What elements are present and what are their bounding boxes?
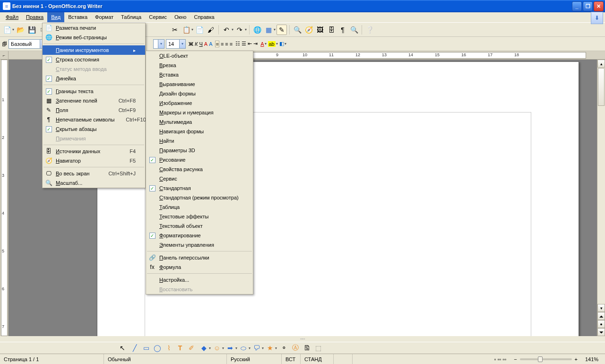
arrows-icon[interactable]: ➡ bbox=[225, 343, 235, 353]
status-style[interactable]: Обычный bbox=[104, 354, 227, 364]
fontwork-icon[interactable]: Ⓐ bbox=[290, 343, 301, 353]
toolbars-menu-item[interactable]: Выравнивание bbox=[146, 79, 253, 89]
zoom-slider[interactable]: − + bbox=[510, 356, 581, 362]
toolbars-menu-item[interactable]: ✓Стандартная bbox=[146, 183, 253, 193]
fontcolor-a-icon[interactable]: A bbox=[204, 41, 207, 47]
view-menu-item[interactable]: Статус метода ввода bbox=[43, 64, 145, 74]
nonprint-icon[interactable]: ¶ bbox=[337, 25, 348, 35]
style-combo[interactable]: Базовый▾ bbox=[9, 39, 46, 49]
toolbars-menu-item[interactable]: Текстовый объект bbox=[146, 221, 253, 231]
toolbars-menu-item[interactable]: Текстовые эффекты bbox=[146, 212, 253, 221]
toolbars-menu-item[interactable]: ✓Рисование bbox=[146, 155, 253, 165]
bold-button[interactable]: Ж bbox=[189, 41, 193, 47]
view-menu-item[interactable]: ¶Непечатаемые символыCtrl+F10 bbox=[43, 115, 145, 124]
align-center-icon[interactable]: ≡ bbox=[221, 41, 224, 47]
stars-icon[interactable]: ★ bbox=[265, 343, 275, 353]
vertical-scrollbar[interactable]: ▴ ▾ ⏶ ● ⏷ bbox=[597, 60, 605, 336]
view-menu-item[interactable]: 🖵Во весь экранCtrl+Shift+J bbox=[43, 169, 145, 178]
toolbars-menu-item[interactable]: Сервис bbox=[146, 174, 253, 183]
bg-color-icon[interactable]: ◧ bbox=[279, 41, 284, 47]
toolbars-menu-item[interactable]: 🔗Панель гиперссылки bbox=[146, 253, 253, 262]
status-lang[interactable]: Русский bbox=[227, 354, 282, 364]
open-icon[interactable]: 📂 bbox=[15, 25, 26, 35]
menu-window[interactable]: Окно bbox=[171, 12, 190, 22]
callout-icon[interactable]: ✐ bbox=[186, 343, 197, 353]
help-icon[interactable]: ❔ bbox=[364, 25, 375, 35]
copy-icon[interactable]: 📋 bbox=[181, 25, 191, 35]
paste-icon[interactable]: 📄 bbox=[194, 25, 205, 35]
menu-edit[interactable]: Правка bbox=[22, 12, 47, 22]
show-draw-icon[interactable]: ✎ bbox=[277, 25, 287, 35]
toolbars-menu-item[interactable]: Стандартная (режим просмотра) bbox=[146, 193, 253, 202]
flowchart-icon[interactable]: ⬭ bbox=[238, 343, 249, 353]
text-icon[interactable]: T bbox=[175, 343, 185, 353]
toolbars-menu-item[interactable]: fxФормула bbox=[146, 262, 253, 272]
symbol-shapes-icon[interactable]: ☺ bbox=[212, 343, 222, 353]
view-menu-item[interactable]: Панели инструментов▸ bbox=[43, 45, 145, 55]
toolbars-menu-item[interactable]: Навигация формы bbox=[146, 127, 253, 136]
toolbars-menu-item[interactable]: Изображение bbox=[146, 98, 253, 108]
underline-button[interactable]: Ч bbox=[199, 41, 202, 47]
view-menu-item[interactable]: ▦Затенение полейCtrl+F8 bbox=[43, 96, 145, 105]
gallery-icon[interactable]: 🖼 bbox=[315, 25, 325, 35]
numlist-icon[interactable]: ☷ bbox=[235, 41, 240, 47]
fontcolor-a2-icon[interactable]: A bbox=[209, 41, 212, 47]
minimize-button[interactable]: _ bbox=[572, 1, 582, 11]
callouts-icon[interactable]: 🗩 bbox=[251, 343, 262, 353]
italic-button[interactable]: К bbox=[195, 41, 198, 47]
view-menu-item[interactable]: 🗄Источники данныхF4 bbox=[43, 147, 145, 156]
menu-help[interactable]: Справка bbox=[190, 12, 218, 22]
view-menu-item[interactable]: ✓Скрытые абзацы bbox=[43, 124, 145, 134]
datasources-icon[interactable]: 🗄 bbox=[326, 25, 337, 35]
table-icon[interactable]: ▦ bbox=[263, 25, 274, 35]
view-menu-item[interactable]: Примечания bbox=[43, 134, 145, 143]
maximize-button[interactable]: ❐ bbox=[583, 1, 593, 11]
prev-page-icon[interactable]: ⏶ bbox=[597, 312, 605, 320]
menu-tools[interactable]: Сервис bbox=[145, 12, 171, 22]
toolbars-menu-item[interactable]: OLE-объект bbox=[146, 51, 253, 61]
toolbars-menu-item[interactable]: Элементы управления bbox=[146, 240, 253, 250]
toolbars-menu-item[interactable]: Врезка bbox=[146, 61, 253, 70]
bulletlist-icon[interactable]: ☰ bbox=[242, 41, 246, 47]
toolbars-menu-item[interactable]: Восстановить bbox=[146, 285, 253, 294]
inc-indent-icon[interactable]: ⇥ bbox=[253, 41, 258, 47]
freeform-icon[interactable]: ⌇ bbox=[164, 343, 174, 353]
format-paint-icon[interactable]: 🖌 bbox=[206, 25, 216, 35]
fontsize-combo[interactable]: 14▾ bbox=[166, 39, 186, 49]
view-menu-item[interactable]: 🧭НавигаторF5 bbox=[43, 156, 145, 165]
dec-indent-icon[interactable]: ⇤ bbox=[248, 41, 252, 47]
view-menu-item[interactable]: ✓Строка состояния bbox=[43, 55, 145, 64]
view-layout-icons[interactable]: ▫ ▫▫ ▫▫ bbox=[491, 354, 510, 364]
toolbars-menu-item[interactable]: Вставка bbox=[146, 70, 253, 79]
zoom-out-icon[interactable]: − bbox=[514, 356, 517, 362]
font-combo[interactable]: ▾ bbox=[153, 39, 164, 49]
toolbars-menu-item[interactable]: Маркеры и нумерация bbox=[146, 108, 253, 117]
scroll-thumb[interactable] bbox=[598, 68, 605, 106]
toolbars-menu-item[interactable]: Найти bbox=[146, 136, 253, 146]
shapes-icon[interactable]: ◆ bbox=[199, 343, 209, 353]
nav-icon[interactable]: ● bbox=[597, 320, 605, 328]
save-icon[interactable]: 💾 bbox=[26, 25, 37, 35]
line-icon[interactable]: ╱ bbox=[130, 343, 140, 353]
navigator-icon[interactable]: 🧭 bbox=[303, 25, 314, 35]
align-justify-icon[interactable]: ≡ bbox=[230, 41, 233, 47]
ellipse-icon[interactable]: ◯ bbox=[152, 343, 163, 353]
toolbars-menu-item[interactable]: Свойства рисунка bbox=[146, 165, 253, 174]
redo-icon[interactable]: ↷ bbox=[234, 25, 245, 35]
menu-insert[interactable]: Вставка bbox=[64, 12, 91, 22]
status-insert[interactable]: ВСТ bbox=[282, 354, 301, 364]
undo-icon[interactable]: ↶ bbox=[221, 25, 232, 35]
view-menu-item[interactable]: 🌐Режим веб-страницы bbox=[43, 33, 145, 42]
scroll-up-icon[interactable]: ▴ bbox=[597, 60, 605, 68]
extrusion-icon[interactable]: ⬚ bbox=[313, 343, 323, 353]
toolbars-menu-item[interactable]: Настройка... bbox=[146, 275, 253, 285]
align-right-icon[interactable]: ≡ bbox=[225, 41, 228, 47]
hyperlink-icon[interactable]: 🌐 bbox=[252, 25, 262, 35]
font-color-icon[interactable]: A bbox=[260, 41, 264, 47]
from-file-icon[interactable]: 🖻 bbox=[302, 343, 312, 353]
toolbars-menu-item[interactable]: Дизайн формы bbox=[146, 89, 253, 98]
view-menu-item[interactable]: ✓Линейка bbox=[43, 74, 145, 83]
toolbars-menu-item[interactable]: ✓Форматирование bbox=[146, 231, 253, 240]
menu-view[interactable]: Вид bbox=[47, 12, 64, 22]
find-icon[interactable]: 🔍 bbox=[292, 25, 302, 35]
